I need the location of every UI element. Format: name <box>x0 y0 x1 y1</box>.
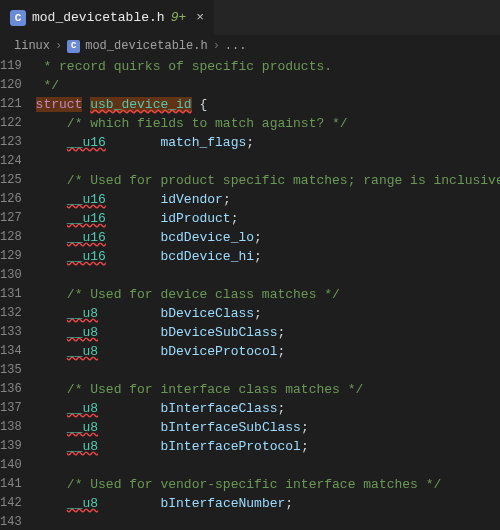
code-line[interactable] <box>36 513 500 530</box>
line-number: 137 <box>0 399 22 418</box>
c-file-icon: C <box>67 40 80 53</box>
code-line[interactable]: /* Used for device class matches */ <box>36 285 500 304</box>
close-icon[interactable]: × <box>196 10 204 25</box>
code-line[interactable]: __u8 bDeviceProtocol; <box>36 342 500 361</box>
code-line[interactable]: __u16 idProduct; <box>36 209 500 228</box>
code-line[interactable] <box>36 266 500 285</box>
line-number: 125 <box>0 171 22 190</box>
breadcrumb-more[interactable]: ... <box>225 39 247 53</box>
line-number: 121 <box>0 95 22 114</box>
line-number: 133 <box>0 323 22 342</box>
code-line[interactable]: */ <box>36 76 500 95</box>
line-number: 127 <box>0 209 22 228</box>
breadcrumb[interactable]: linux › C mod_devicetable.h › ... <box>0 35 500 57</box>
line-number: 136 <box>0 380 22 399</box>
line-number: 124 <box>0 152 22 171</box>
code-line[interactable]: * record quirks of specific products. <box>36 57 500 76</box>
line-number: 129 <box>0 247 22 266</box>
line-number: 130 <box>0 266 22 285</box>
line-number: 132 <box>0 304 22 323</box>
code-line[interactable]: __u16 bcdDevice_lo; <box>36 228 500 247</box>
line-number: 123 <box>0 133 22 152</box>
chevron-right-icon: › <box>55 39 62 53</box>
code-line[interactable]: struct usb_device_id { <box>36 95 500 114</box>
chevron-right-icon: › <box>213 39 220 53</box>
code-line[interactable]: __u8 bInterfaceSubClass; <box>36 418 500 437</box>
code-line[interactable]: /* Used for vendor-specific interface ma… <box>36 475 500 494</box>
code-line[interactable]: __u8 bInterfaceProtocol; <box>36 437 500 456</box>
code-line[interactable]: __u8 bDeviceSubClass; <box>36 323 500 342</box>
code-editor[interactable]: 1191201211221231241251261271281291301311… <box>0 57 500 530</box>
line-number: 119 <box>0 57 22 76</box>
code-line[interactable]: __u8 bDeviceClass; <box>36 304 500 323</box>
code-line[interactable]: __u16 bcdDevice_hi; <box>36 247 500 266</box>
code-line[interactable]: __u8 bInterfaceClass; <box>36 399 500 418</box>
breadcrumb-folder[interactable]: linux <box>14 39 50 53</box>
line-number: 128 <box>0 228 22 247</box>
line-number: 126 <box>0 190 22 209</box>
line-number: 139 <box>0 437 22 456</box>
code-line[interactable]: __u16 match_flags; <box>36 133 500 152</box>
code-line[interactable] <box>36 152 500 171</box>
line-number: 131 <box>0 285 22 304</box>
line-number: 142 <box>0 494 22 513</box>
line-number: 140 <box>0 456 22 475</box>
line-number: 134 <box>0 342 22 361</box>
tab-bar: C mod_devicetable.h 9+ × <box>0 0 500 35</box>
tab-filename: mod_devicetable.h <box>32 10 165 25</box>
code-line[interactable]: /* which fields to match against? */ <box>36 114 500 133</box>
tab-modified-marker: 9+ <box>171 10 187 25</box>
line-number: 141 <box>0 475 22 494</box>
editor-tab[interactable]: C mod_devicetable.h 9+ × <box>0 0 215 35</box>
line-number: 143 <box>0 513 22 530</box>
code-line[interactable]: /* Used for product specific matches; ra… <box>36 171 500 190</box>
line-number: 135 <box>0 361 22 380</box>
code-line[interactable] <box>36 456 500 475</box>
code-line[interactable] <box>36 361 500 380</box>
c-file-icon: C <box>10 10 26 26</box>
line-number: 138 <box>0 418 22 437</box>
line-number: 120 <box>0 76 22 95</box>
breadcrumb-file[interactable]: mod_devicetable.h <box>85 39 207 53</box>
line-number-gutter: 1191201211221231241251261271281291301311… <box>0 57 36 530</box>
line-number: 122 <box>0 114 22 133</box>
code-line[interactable]: /* Used for interface class matches */ <box>36 380 500 399</box>
code-line[interactable]: __u8 bInterfaceNumber; <box>36 494 500 513</box>
code-line[interactable]: __u16 idVendor; <box>36 190 500 209</box>
code-area[interactable]: * record quirks of specific products. */… <box>36 57 500 530</box>
